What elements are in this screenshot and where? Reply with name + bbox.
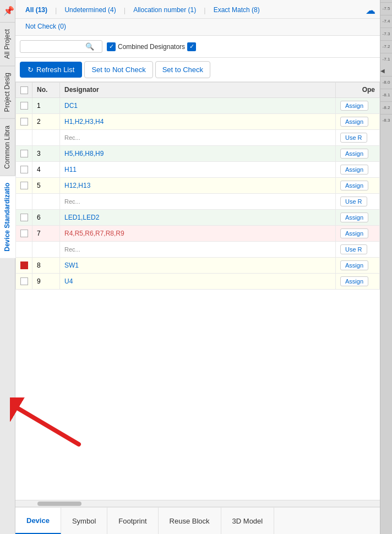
search-box[interactable]: 🔍 [20, 40, 102, 53]
designator-link[interactable]: LED1,LED2 [64, 214, 99, 221]
sidebar-item-all-project[interactable]: All Project [0, 22, 15, 66]
use-r-button[interactable]: Use R [340, 244, 367, 254]
designator-link[interactable]: H11 [64, 166, 77, 173]
row-number: 3 [32, 145, 60, 161]
row-checkbox-cell [16, 273, 32, 289]
assign-button[interactable]: Assign [340, 276, 368, 286]
table-row: 1DC1Assign [16, 97, 380, 113]
row-number: 9 [32, 273, 60, 289]
row-designator[interactable]: SW1 [60, 257, 336, 273]
tab-symbol[interactable]: Symbol [61, 508, 107, 534]
use-r-button[interactable]: Use R [340, 133, 367, 143]
filter-tab-not-check[interactable]: Not Check (0) [20, 21, 72, 32]
bottom-tab-bar: Device Symbol Footprint Reuse Block 3D M… [15, 506, 380, 534]
designator-link[interactable]: H5,H6,H8,H9 [64, 150, 104, 157]
refresh-list-button[interactable]: ↻ Refresh List [20, 62, 82, 78]
tab-device[interactable]: Device [15, 508, 61, 534]
assign-button[interactable]: Assign [340, 228, 368, 238]
rec-label: Rec... [64, 246, 80, 253]
row-checkbox[interactable] [20, 118, 28, 126]
row-designator[interactable]: DC1 [60, 97, 336, 113]
pin-icon[interactable]: 📌 [3, 6, 14, 16]
row-designator[interactable]: R4,R5,R6,R7,R8,R9 [60, 225, 336, 241]
horizontal-scrollbar[interactable] [15, 500, 380, 506]
row-checkbox[interactable] [20, 150, 28, 157]
assign-button[interactable]: Assign [340, 212, 368, 222]
row-checkbox[interactable] [20, 182, 28, 189]
row-op-cell: Assign [336, 225, 380, 241]
tab-footprint[interactable]: Footprint [107, 508, 158, 534]
row-op-cell: Assign [336, 145, 380, 161]
set-check-button[interactable]: Set to Check [155, 61, 210, 78]
table-row: 7R4,R5,R6,R7,R8,R9Assign [16, 225, 380, 241]
filter-tab-exact-match[interactable]: Exact Match (8) [208, 4, 265, 16]
row-op-cell: Assign [336, 97, 380, 113]
table-header-row: No. Designator Ope [16, 83, 380, 98]
set-not-check-button[interactable]: Set to Not Check [84, 61, 153, 78]
row-checkbox[interactable] [20, 261, 28, 269]
row-designator[interactable]: H5,H6,H8,H9 [60, 145, 336, 161]
row-designator[interactable]: H11 [60, 161, 336, 177]
row-checkbox[interactable] [20, 277, 28, 285]
assign-button[interactable]: Assign [340, 149, 368, 159]
scrollbar-thumb[interactable] [37, 502, 81, 506]
search-input[interactable] [25, 43, 85, 51]
designator-link[interactable]: SW1 [64, 261, 79, 269]
designator-link[interactable]: H12,H13 [64, 182, 90, 189]
row-designator[interactable]: U4 [60, 273, 336, 289]
row-designator[interactable]: LED1,LED2 [60, 209, 336, 225]
row-op-cell: Assign [336, 209, 380, 225]
row-op-cell: Assign [336, 113, 380, 129]
col-no: No. [32, 83, 60, 98]
row-rec-no [32, 241, 60, 257]
row-empty-cell [16, 241, 32, 257]
col-designator: Designator [60, 83, 336, 98]
row-checkbox[interactable] [20, 214, 28, 221]
row-checkbox[interactable] [20, 230, 28, 237]
combined-designators-checkbox[interactable]: ✓ [107, 42, 116, 51]
assign-button[interactable]: Assign [340, 101, 368, 111]
assign-button[interactable]: Assign [340, 165, 368, 175]
assign-button[interactable]: Assign [340, 117, 368, 127]
tab-reuse-block[interactable]: Reuse Block [159, 508, 221, 534]
row-designator[interactable]: H1,H2,H3,H4 [60, 113, 336, 129]
designator-link[interactable]: H1,H2,H3,H4 [64, 118, 104, 126]
toolbar-row: ↻ Refresh List Set to Not Check Set to C… [15, 58, 380, 82]
row-checkbox[interactable] [20, 166, 28, 173]
filter-tabs-row1: All (13) | Undetermined (4) | Allocation… [15, 0, 380, 19]
search-icon: 🔍 [85, 42, 94, 51]
filter-tab-all[interactable]: All (13) [20, 4, 53, 16]
row-op-cell: Assign [336, 161, 380, 177]
select-all-checkbox[interactable] [20, 86, 28, 94]
row-designator[interactable]: H12,H13 [60, 177, 336, 193]
designator-link[interactable]: R4,R5,R6,R7,R8,R9 [64, 230, 124, 237]
table-container[interactable]: No. Designator Ope 1DC1Assign2H1,H2,H3,H… [15, 82, 380, 500]
cloud-icon[interactable]: ☁ [366, 4, 375, 17]
assign-button[interactable]: Assign [340, 260, 368, 270]
rec-label: Rec... [64, 134, 80, 141]
ruler-mark-6: -8.0 [380, 76, 392, 89]
table-row: 4H11Assign [16, 161, 380, 177]
sidebar-item-project-desig[interactable]: Project Desig [0, 66, 15, 118]
table-row: Rec...Use R [16, 193, 380, 209]
tab-3d-model[interactable]: 3D Model [221, 508, 275, 534]
combined-designators-checkbox2[interactable]: ✓ [187, 42, 196, 51]
designator-link[interactable]: U4 [64, 277, 73, 285]
use-r-button[interactable]: Use R [340, 197, 367, 206]
filter-tab-undetermined[interactable]: Undetermined (4) [59, 4, 121, 16]
row-number: 4 [32, 161, 60, 177]
row-checkbox[interactable] [20, 102, 28, 110]
filter-tab-allocation[interactable]: Allocation number (1) [128, 4, 202, 16]
designator-link[interactable]: DC1 [64, 102, 78, 110]
col-ope: Ope [336, 83, 380, 98]
row-checkbox-cell [16, 97, 32, 113]
row-checkbox-cell [16, 177, 32, 193]
cloud-icon-area: ☁ [366, 4, 375, 17]
ruler-mark-7: -8.1 [380, 89, 392, 101]
row-number: 7 [32, 225, 60, 241]
sidebar-item-common-libra[interactable]: Common Libra [0, 118, 15, 176]
row-op-cell: Assign [336, 177, 380, 193]
sidebar-item-device-standardization[interactable]: Device Standardizatio [0, 176, 15, 258]
row-number: 6 [32, 209, 60, 225]
assign-button[interactable]: Assign [340, 181, 368, 190]
